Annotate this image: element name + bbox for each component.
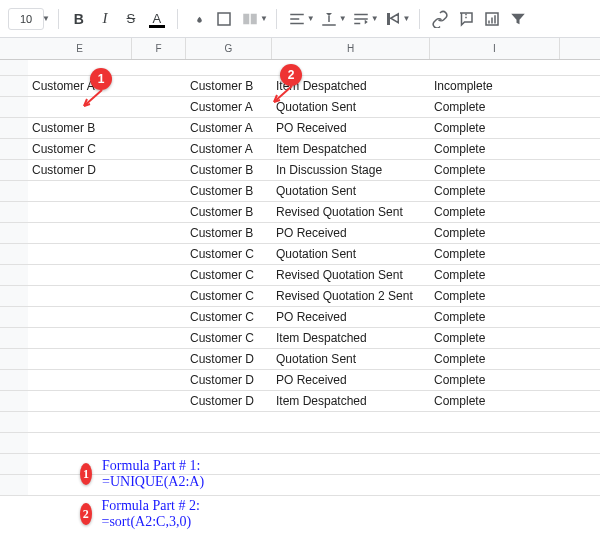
cell[interactable] — [28, 223, 132, 243]
cell[interactable]: Customer C — [186, 265, 272, 285]
col-header-G[interactable]: G — [186, 38, 272, 59]
cell[interactable] — [132, 223, 186, 243]
filter-button[interactable] — [506, 7, 530, 31]
table-row[interactable]: Customer BPO ReceivedComplete — [0, 223, 600, 244]
cell[interactable] — [28, 286, 132, 306]
cell[interactable]: PO Received — [272, 223, 430, 243]
cell[interactable]: Complete — [430, 160, 560, 180]
cell[interactable]: Customer B — [186, 76, 272, 96]
cell[interactable]: Quotation Sent — [272, 244, 430, 264]
cell[interactable]: PO Received — [272, 118, 430, 138]
cell[interactable] — [132, 265, 186, 285]
italic-button[interactable]: I — [93, 7, 117, 31]
cell[interactable]: Complete — [430, 118, 560, 138]
cell[interactable]: Complete — [430, 202, 560, 222]
bold-button[interactable]: B — [67, 7, 91, 31]
chart-button[interactable] — [480, 7, 504, 31]
col-header-H[interactable]: H — [272, 38, 430, 59]
borders-button[interactable] — [212, 7, 236, 31]
cell[interactable]: Complete — [430, 391, 560, 411]
cell[interactable]: Item Despatched — [272, 76, 430, 96]
cell[interactable]: Complete — [430, 349, 560, 369]
table-row[interactable] — [0, 454, 600, 475]
table-row[interactable] — [0, 475, 600, 496]
cell[interactable]: Complete — [430, 286, 560, 306]
cell[interactable] — [132, 181, 186, 201]
cell[interactable]: Complete — [430, 139, 560, 159]
wrap-button[interactable] — [349, 7, 373, 31]
rotate-button[interactable] — [381, 7, 405, 31]
table-row[interactable]: Customer BQuotation SentComplete — [0, 181, 600, 202]
cell[interactable]: Customer C — [186, 307, 272, 327]
cell[interactable] — [28, 391, 132, 411]
cell[interactable]: Customer B — [28, 118, 132, 138]
cell[interactable] — [132, 160, 186, 180]
cell[interactable]: Customer B — [186, 160, 272, 180]
cell[interactable] — [28, 97, 132, 117]
cell[interactable]: Customer C — [28, 139, 132, 159]
strikethrough-button[interactable]: S — [119, 7, 143, 31]
fontsize-dropdown-icon[interactable]: ▼ — [42, 14, 50, 23]
cell[interactable] — [132, 118, 186, 138]
cell[interactable] — [132, 202, 186, 222]
cell[interactable]: Customer A — [28, 76, 132, 96]
table-row[interactable] — [0, 412, 600, 433]
cell[interactable]: Complete — [430, 97, 560, 117]
cell[interactable]: Complete — [430, 265, 560, 285]
cell[interactable] — [132, 307, 186, 327]
cell[interactable]: Customer C — [186, 328, 272, 348]
cell[interactable]: Quotation Sent — [272, 349, 430, 369]
cell[interactable] — [28, 202, 132, 222]
cell[interactable]: Complete — [430, 181, 560, 201]
cell[interactable]: Item Despatched — [272, 391, 430, 411]
cell[interactable]: Revised Quotation Sent — [272, 202, 430, 222]
cell[interactable]: Item Despatched — [272, 139, 430, 159]
table-row[interactable]: Customer DCustomer BIn Discussion StageC… — [0, 160, 600, 181]
table-row[interactable]: Customer CItem DespatchedComplete — [0, 328, 600, 349]
cell[interactable]: Complete — [430, 370, 560, 390]
cell[interactable]: Incomplete — [430, 76, 560, 96]
cell[interactable]: Complete — [430, 244, 560, 264]
cell[interactable]: PO Received — [272, 307, 430, 327]
cell[interactable] — [132, 370, 186, 390]
text-color-button[interactable]: A — [145, 7, 169, 31]
cell[interactable]: Item Despatched — [272, 328, 430, 348]
cell[interactable] — [132, 391, 186, 411]
table-row[interactable]: Customer AQuotation SentComplete — [0, 97, 600, 118]
cell[interactable] — [132, 139, 186, 159]
table-row[interactable]: Customer CCustomer AItem DespatchedCompl… — [0, 139, 600, 160]
cell[interactable]: Complete — [430, 307, 560, 327]
rotate-dropdown-icon[interactable]: ▼ — [403, 14, 411, 23]
cell[interactable]: PO Received — [272, 370, 430, 390]
cell[interactable] — [28, 181, 132, 201]
col-header-F[interactable]: F — [132, 38, 186, 59]
link-button[interactable] — [428, 7, 452, 31]
table-row[interactable]: Customer CRevised Quotation 2 SentComple… — [0, 286, 600, 307]
cell[interactable] — [28, 265, 132, 285]
cell[interactable]: Customer D — [186, 391, 272, 411]
col-header-I[interactable]: I — [430, 38, 560, 59]
cell[interactable] — [28, 328, 132, 348]
cell[interactable]: Quotation Sent — [272, 181, 430, 201]
cell[interactable] — [132, 244, 186, 264]
cell[interactable]: Complete — [430, 328, 560, 348]
fontsize-input[interactable]: 10 — [8, 8, 44, 30]
table-row[interactable]: Customer BCustomer APO ReceivedComplete — [0, 118, 600, 139]
cell[interactable]: Customer B — [186, 181, 272, 201]
v-align-dropdown-icon[interactable]: ▼ — [339, 14, 347, 23]
cell[interactable] — [132, 328, 186, 348]
table-row[interactable]: Customer CRevised Quotation SentComplete — [0, 265, 600, 286]
fill-color-button[interactable] — [186, 7, 210, 31]
cell[interactable]: Customer D — [186, 370, 272, 390]
cell[interactable] — [132, 97, 186, 117]
col-header-E[interactable]: E — [28, 38, 132, 59]
cell[interactable] — [28, 370, 132, 390]
table-row[interactable]: Customer ACustomer BItem DespatchedIncom… — [0, 76, 600, 97]
cell[interactable]: Customer A — [186, 97, 272, 117]
table-row[interactable]: Customer CQuotation SentComplete — [0, 244, 600, 265]
comment-button[interactable] — [454, 7, 478, 31]
table-row[interactable] — [0, 433, 600, 454]
table-row[interactable]: Customer DPO ReceivedComplete — [0, 370, 600, 391]
cell[interactable]: Revised Quotation Sent — [272, 265, 430, 285]
table-row[interactable]: Customer DItem DespatchedComplete — [0, 391, 600, 412]
